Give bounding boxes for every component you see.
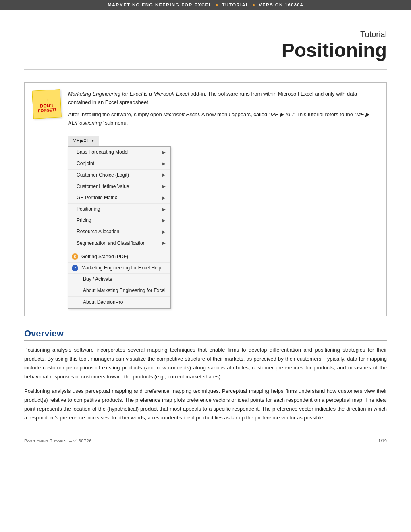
getting-started-icon: S bbox=[72, 253, 78, 260]
menu-item-positioning-arrow: ▶ bbox=[162, 206, 166, 213]
menu-item-positioning-label: Positioning bbox=[77, 205, 100, 213]
menu-item-customer-choice[interactable]: Customer Choice (Logit) ▶ bbox=[68, 170, 170, 181]
menu-item-clv-label: Customer Lifetime Value bbox=[77, 183, 129, 190]
info-para1: Marketing Engineering for Excel is a Mic… bbox=[68, 90, 378, 107]
overview-section: Overview Positioning analysis software i… bbox=[24, 328, 387, 423]
menu-item-getting-started-label: Getting Started (PDF) bbox=[81, 253, 128, 261]
menu-item-about-me[interactable]: About Marketing Engineering for Excel bbox=[68, 285, 170, 296]
menu-container: ME▶XL ▼ Bass Forecasting Model ▶ Conjoin… bbox=[68, 136, 171, 309]
menu-separator1 bbox=[68, 250, 170, 250]
menu-item-ge[interactable]: GE Portfolio Matrix ▶ bbox=[68, 192, 170, 204]
menu-item-segmentation-label: Segmentation and Classification bbox=[77, 240, 145, 247]
menu-item-about-dp[interactable]: About DecisionPro bbox=[68, 297, 170, 308]
page-title: Positioning bbox=[24, 40, 387, 61]
info-box-text: Marketing Engineering for Excel is a Mic… bbox=[68, 90, 378, 309]
menu-item-customer-choice-label: Customer Choice (Logit) bbox=[77, 171, 129, 179]
menu-item-bass[interactable]: Bass Forecasting Model ▶ bbox=[68, 147, 170, 158]
top-banner: MARKETING ENGINEERING FOR EXCEL●TUTORIAL… bbox=[0, 0, 411, 10]
info-excel2-italic: Microsoft Excel bbox=[163, 111, 199, 117]
menu-button-label: ME▶XL bbox=[73, 137, 89, 145]
page-footer: Positioning Tutorial – v160726 1/19 bbox=[24, 435, 387, 443]
menu-item-conjoint[interactable]: Conjoint ▶ bbox=[68, 158, 170, 169]
menu-item-segmentation-arrow: ▶ bbox=[162, 240, 166, 246]
info-mexl-italic: ME ▶ XL. bbox=[270, 111, 293, 117]
menu-item-buy-label: Buy / Activate bbox=[83, 276, 112, 282]
footer-left: Positioning Tutorial – v160726 bbox=[24, 438, 92, 443]
menu-item-resource-arrow: ▶ bbox=[162, 229, 166, 235]
menu-item-pricing-arrow: ▶ bbox=[162, 217, 166, 224]
menu-item-buy[interactable]: Buy / Activate bbox=[68, 274, 170, 285]
menu-caret: ▼ bbox=[91, 138, 95, 144]
menu-item-resource[interactable]: Resource Allocation ▶ bbox=[68, 226, 170, 238]
overview-title: Overview bbox=[24, 328, 387, 341]
menu-item-bass-label: Bass Forecasting Model bbox=[77, 148, 129, 156]
dot1: ● bbox=[216, 2, 219, 7]
menu-item-bass-arrow: ▶ bbox=[162, 149, 166, 156]
menu-item-me-help-label: Marketing Engineering for Excel Help bbox=[81, 264, 161, 272]
title-block: Tutorial Positioning bbox=[24, 22, 387, 70]
overview-para1: Positioning analysis software incorporat… bbox=[24, 346, 387, 381]
sticky-note: → DON'T FORGET! bbox=[32, 89, 62, 119]
menu-item-getting-started[interactable]: S Getting Started (PDF) bbox=[68, 251, 170, 263]
menu-item-pricing-label: Pricing bbox=[77, 217, 91, 224]
menu-item-clv[interactable]: Customer Lifetime Value ▶ bbox=[68, 181, 170, 192]
footer-right: 1/19 bbox=[378, 438, 387, 443]
menu-item-conjoint-arrow: ▶ bbox=[162, 161, 166, 167]
banner-title: MARKETING ENGINEERING FOR EXCEL bbox=[108, 2, 212, 7]
me-help-icon: ? bbox=[72, 265, 78, 271]
menu-item-clv-arrow: ▶ bbox=[162, 183, 166, 190]
menu-item-customer-choice-arrow: ▶ bbox=[162, 172, 166, 178]
menu-item-resource-label: Resource Allocation bbox=[77, 228, 119, 236]
banner-version: VERSION 160804 bbox=[259, 2, 303, 7]
page-content: Tutorial Positioning → DON'T FORGET! Mar… bbox=[0, 10, 411, 459]
dropdown-menu: Bass Forecasting Model ▶ Conjoint ▶ Cust… bbox=[68, 146, 171, 309]
info-me-italic: Marketing Engineering for Excel bbox=[68, 91, 142, 97]
info-para2: After installing the software, simply op… bbox=[68, 111, 378, 127]
dot2: ● bbox=[252, 2, 255, 7]
sticky-forget: FORGET! bbox=[38, 107, 56, 113]
sticky-note-icon: → DON'T FORGET! bbox=[33, 90, 61, 118]
menu-item-ge-arrow: ▶ bbox=[162, 195, 166, 201]
info-box: → DON'T FORGET! Marketing Engineering fo… bbox=[24, 82, 387, 316]
banner-tutorial: TUTORIAL bbox=[222, 2, 249, 7]
menu-item-conjoint-label: Conjoint bbox=[77, 160, 94, 167]
menu-item-segmentation[interactable]: Segmentation and Classification ▶ bbox=[68, 238, 170, 249]
menu-item-pricing[interactable]: Pricing ▶ bbox=[68, 215, 170, 226]
menu-item-positioning[interactable]: Positioning ▶ bbox=[68, 204, 170, 215]
menu-item-about-dp-label: About DecisionPro bbox=[83, 299, 123, 305]
menu-item-ge-label: GE Portfolio Matrix bbox=[77, 194, 117, 202]
overview-para2: Positioning analysis uses perceptual map… bbox=[24, 387, 387, 422]
menu-item-me-help[interactable]: ? Marketing Engineering for Excel Help bbox=[68, 263, 170, 274]
sticky-arrow: → bbox=[43, 96, 50, 103]
menu-button[interactable]: ME▶XL ▼ bbox=[68, 136, 99, 146]
info-excel-italic: Microsoft Excel bbox=[154, 91, 189, 97]
page-subtitle: Tutorial bbox=[24, 30, 387, 39]
menu-item-about-me-label: About Marketing Engineering for Excel bbox=[83, 288, 166, 293]
info-submenu-italic: ME ▶ XL/Positioning bbox=[68, 111, 369, 126]
